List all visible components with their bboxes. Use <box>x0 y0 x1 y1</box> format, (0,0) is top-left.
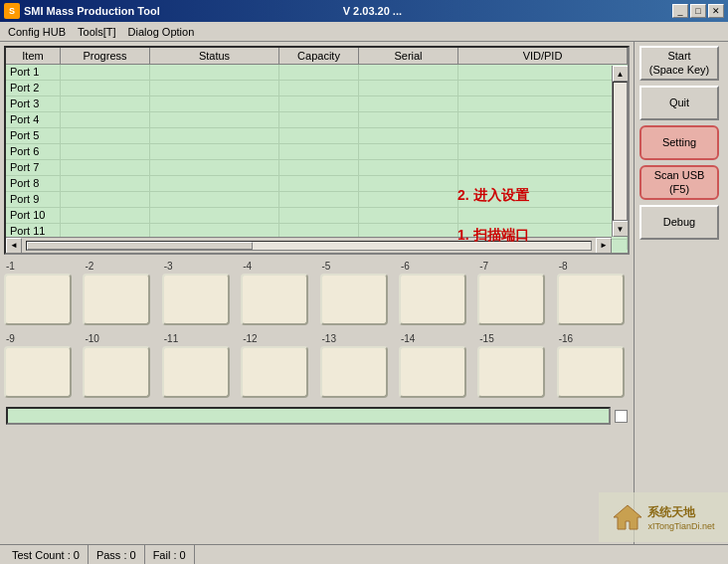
status-fail: Fail : 0 <box>145 545 195 564</box>
port-label: -7 <box>477 261 488 272</box>
table-cell <box>279 144 359 159</box>
table-cell <box>279 192 359 207</box>
watermark-text: 系统天地 xīTongTianDi.net <box>647 504 714 531</box>
port-item: -12 <box>241 333 313 398</box>
table-body[interactable]: Port 1Port 2Port 3Port 4Port 5Port 6Port… <box>6 65 628 250</box>
table-cell <box>150 192 279 207</box>
table-cell <box>150 144 279 159</box>
port-box[interactable] <box>162 346 230 398</box>
table-cell <box>359 81 458 95</box>
table-cell <box>458 112 628 127</box>
v-scrollbar[interactable]: ▲ ▼ <box>612 66 628 237</box>
setting-button[interactable]: Setting <box>639 125 719 160</box>
table-cell <box>279 65 359 80</box>
col-serial: Serial <box>359 48 458 64</box>
col-capacity: Capacity <box>279 48 359 64</box>
menu-config-hub[interactable]: Config HUB <box>2 24 72 40</box>
table-cell <box>458 208 628 223</box>
col-status: Status <box>150 48 279 64</box>
table-cell <box>279 208 359 223</box>
menu-tools[interactable]: Tools[T] <box>72 24 122 40</box>
scroll-down-arrow[interactable]: ▼ <box>613 221 629 237</box>
table-row[interactable]: Port 10 <box>6 208 628 224</box>
table-cell <box>458 160 628 175</box>
start-button-label: Start(Space Key) <box>649 50 710 76</box>
port-item: -4 <box>241 261 313 325</box>
menu-dialog-option[interactable]: Dialog Option <box>122 24 201 40</box>
port-box[interactable] <box>477 346 545 398</box>
table-cell <box>458 192 628 207</box>
table-row[interactable]: Port 9 <box>6 192 628 208</box>
port-box[interactable] <box>557 346 625 398</box>
port-box[interactable] <box>399 274 466 325</box>
port-box[interactable] <box>320 274 388 325</box>
watermark-icon <box>612 501 643 533</box>
table-row[interactable]: Port 2 <box>6 81 628 96</box>
scroll-right-arrow[interactable]: ► <box>596 238 612 254</box>
port-item: -7 <box>477 261 550 325</box>
port-box[interactable] <box>4 274 72 325</box>
port-item: -8 <box>557 261 630 325</box>
port-box[interactable] <box>241 274 308 325</box>
port-label: -9 <box>4 333 15 344</box>
port-box[interactable] <box>557 274 625 325</box>
debug-button[interactable]: Debug <box>639 205 719 240</box>
port-label: -4 <box>241 261 252 272</box>
port-box[interactable] <box>4 346 72 398</box>
quit-button[interactable]: Quit <box>639 86 719 120</box>
table-cell <box>150 112 279 127</box>
scroll-thumb[interactable] <box>27 242 253 250</box>
port-box[interactable] <box>162 274 230 325</box>
table-cell <box>359 112 458 127</box>
scan-usb-button[interactable]: Scan USB(F5) <box>639 165 719 200</box>
scroll-track-v[interactable] <box>613 82 628 221</box>
left-area: Item Progress Status Capacity Serial VID… <box>0 42 634 564</box>
minimize-button[interactable]: _ <box>672 4 688 18</box>
status-bar: Test Count : 0 Pass : 0 Fail : 0 系统天地 xī… <box>0 544 728 564</box>
scroll-up-arrow[interactable]: ▲ <box>613 66 629 82</box>
table-cell <box>150 81 279 95</box>
table-cell <box>61 128 150 143</box>
maximize-button[interactable]: □ <box>690 4 706 18</box>
h-scrollbar[interactable]: ◄ ► <box>6 237 612 253</box>
close-button[interactable]: ✕ <box>708 4 724 18</box>
table-row[interactable]: Port 3 <box>6 96 628 112</box>
port-box[interactable] <box>320 346 388 398</box>
table-cell <box>150 208 279 223</box>
start-button[interactable]: Start(Space Key) <box>639 46 719 81</box>
table-row[interactable]: Port 7 <box>6 160 628 176</box>
table-row[interactable]: Port 6 <box>6 144 628 160</box>
port-label: -6 <box>399 261 410 272</box>
port-box[interactable] <box>241 346 308 398</box>
port-box[interactable] <box>83 274 150 325</box>
port-item: -15 <box>477 333 550 398</box>
port-label: -15 <box>477 333 493 344</box>
port-box[interactable] <box>399 346 466 398</box>
table-cell <box>359 192 458 207</box>
progress-checkbox[interactable] <box>615 410 628 423</box>
port-box[interactable] <box>477 274 545 325</box>
table-row[interactable]: Port 1 <box>6 65 628 81</box>
col-progress: Progress <box>61 48 150 64</box>
table-cell <box>458 65 628 80</box>
table-cell <box>150 128 279 143</box>
table-row[interactable]: Port 8 <box>6 176 628 192</box>
window-controls[interactable]: _ □ ✕ <box>672 4 724 18</box>
scroll-left-arrow[interactable]: ◄ <box>6 238 22 254</box>
port-item: -13 <box>320 333 393 398</box>
table-cell <box>61 208 150 223</box>
port-item: -14 <box>399 333 471 398</box>
port-box[interactable] <box>83 346 150 398</box>
port-label: -16 <box>557 333 573 344</box>
scroll-track-h[interactable] <box>26 241 592 251</box>
table-row[interactable]: Port 5 <box>6 128 628 144</box>
table-cell <box>359 160 458 175</box>
table-cell <box>61 96 150 111</box>
table-row[interactable]: Port 4 <box>6 112 628 128</box>
port-label: -8 <box>557 261 568 272</box>
table-cell: Port 6 <box>6 144 61 159</box>
table-cell <box>279 96 359 111</box>
table-cell <box>61 65 150 80</box>
right-panel: Start(Space Key) Quit Setting Scan USB(F… <box>634 42 728 564</box>
port-label: -2 <box>83 261 93 272</box>
